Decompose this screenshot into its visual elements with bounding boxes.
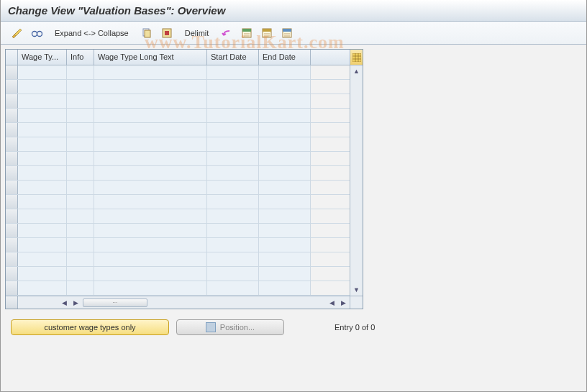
row-selector[interactable] [6, 166, 18, 180]
col-header-info[interactable]: Info [67, 50, 94, 65]
cell-start-date[interactable] [207, 80, 259, 94]
cell-end-date[interactable] [259, 209, 311, 223]
cell-long-text[interactable] [94, 123, 207, 137]
copy-button[interactable] [138, 25, 155, 41]
delimit-button[interactable]: Delimit [178, 25, 216, 41]
row-selector[interactable] [6, 152, 18, 165]
deselect-button[interactable] [258, 25, 276, 41]
row-selector[interactable] [6, 267, 18, 281]
cell-start-date[interactable] [207, 109, 259, 122]
cell-info[interactable] [67, 65, 94, 79]
cell-start-date[interactable] [207, 152, 259, 165]
cell-wage-type[interactable] [18, 181, 67, 194]
change-button[interactable] [8, 25, 25, 41]
cell-start-date[interactable] [207, 238, 259, 252]
cell-info[interactable] [67, 166, 94, 180]
cell-info[interactable] [67, 80, 94, 94]
vertical-scrollbar[interactable]: ▲ ▼ [350, 65, 363, 296]
cell-wage-type[interactable] [18, 209, 67, 223]
cell-end-date[interactable] [259, 252, 311, 266]
select-block-button[interactable] [238, 25, 255, 41]
cell-end-date[interactable] [259, 267, 311, 281]
cell-info[interactable] [67, 267, 94, 281]
col-header-end-date[interactable]: End Date [259, 50, 311, 65]
cell-end-date[interactable] [259, 94, 311, 108]
cell-info[interactable] [67, 181, 94, 194]
cell-info[interactable] [67, 137, 94, 151]
cell-long-text[interactable] [94, 238, 207, 252]
print-button[interactable] [278, 25, 296, 41]
cell-end-date[interactable] [259, 195, 311, 209]
cell-long-text[interactable] [94, 152, 207, 165]
cell-long-text[interactable] [94, 166, 207, 180]
cell-info[interactable] [67, 152, 94, 165]
col-header-start-date[interactable]: Start Date [207, 50, 259, 65]
cell-long-text[interactable] [94, 281, 207, 295]
cell-start-date[interactable] [207, 65, 259, 79]
cell-info[interactable] [67, 224, 94, 237]
cell-wage-type[interactable] [18, 80, 67, 94]
row-selector[interactable] [6, 109, 18, 122]
cell-end-date[interactable] [259, 137, 311, 151]
cell-long-text[interactable] [94, 181, 207, 194]
cell-wage-type[interactable] [18, 137, 67, 151]
cell-long-text[interactable] [94, 137, 207, 151]
display-button[interactable] [28, 25, 45, 41]
row-selector[interactable] [6, 209, 18, 223]
expand-collapse-button[interactable]: Expand <-> Collapse [48, 25, 135, 41]
scroll-thumb[interactable]: ··· [83, 298, 147, 307]
cell-end-date[interactable] [259, 166, 311, 180]
cell-wage-type[interactable] [18, 166, 67, 180]
row-selector[interactable] [6, 65, 18, 79]
cell-wage-type[interactable] [18, 94, 67, 108]
select-all-button[interactable] [158, 25, 176, 41]
scroll-right-end-icon[interactable]: ▶ [338, 298, 348, 308]
cell-start-date[interactable] [207, 267, 259, 281]
cell-long-text[interactable] [94, 267, 207, 281]
cell-start-date[interactable] [207, 94, 259, 108]
cell-long-text[interactable] [94, 65, 207, 79]
col-header-long-text[interactable]: Wage Type Long Text [94, 50, 207, 65]
scroll-up-icon[interactable]: ▲ [350, 65, 363, 77]
col-header-wage-type[interactable]: Wage Ty... [18, 50, 67, 65]
cell-info[interactable] [67, 238, 94, 252]
cell-start-date[interactable] [207, 181, 259, 194]
row-selector[interactable] [6, 123, 18, 137]
cell-info[interactable] [67, 109, 94, 122]
row-selector[interactable] [6, 238, 18, 252]
cell-info[interactable] [67, 94, 94, 108]
cell-long-text[interactable] [94, 109, 207, 122]
cell-wage-type[interactable] [18, 238, 67, 252]
cell-end-date[interactable] [259, 123, 311, 137]
table-settings-button[interactable] [350, 50, 363, 65]
cell-end-date[interactable] [259, 281, 311, 295]
cell-info[interactable] [67, 209, 94, 223]
cell-long-text[interactable] [94, 224, 207, 237]
cell-end-date[interactable] [259, 152, 311, 165]
cell-wage-type[interactable] [18, 224, 67, 237]
cell-long-text[interactable] [94, 94, 207, 108]
row-selector[interactable] [6, 281, 18, 295]
cell-start-date[interactable] [207, 224, 259, 237]
row-selector-header[interactable] [6, 50, 18, 65]
cell-end-date[interactable] [259, 80, 311, 94]
cell-start-date[interactable] [207, 252, 259, 266]
row-selector[interactable] [6, 94, 18, 108]
cell-info[interactable] [67, 195, 94, 209]
cell-info[interactable] [67, 252, 94, 266]
cell-long-text[interactable] [94, 252, 207, 266]
scroll-right-icon[interactable]: ▶ [71, 298, 81, 308]
cell-info[interactable] [67, 123, 94, 137]
undo-button[interactable] [218, 25, 235, 41]
row-selector[interactable] [6, 181, 18, 194]
cell-long-text[interactable] [94, 80, 207, 94]
cell-end-date[interactable] [259, 181, 311, 194]
cell-long-text[interactable] [94, 209, 207, 223]
cell-start-date[interactable] [207, 195, 259, 209]
scroll-left-end-icon[interactable]: ◀ [327, 298, 337, 308]
cell-wage-type[interactable] [18, 281, 67, 295]
cell-wage-type[interactable] [18, 267, 67, 281]
row-selector[interactable] [6, 80, 18, 94]
scroll-down-icon[interactable]: ▼ [350, 284, 363, 296]
cell-end-date[interactable] [259, 238, 311, 252]
